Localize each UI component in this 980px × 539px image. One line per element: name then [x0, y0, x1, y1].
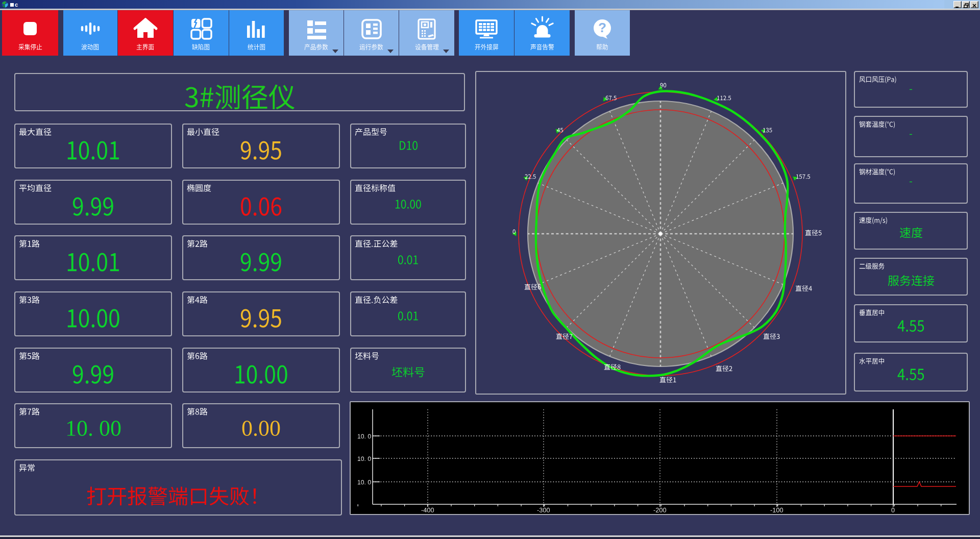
svg-text:?: ? — [598, 20, 606, 35]
